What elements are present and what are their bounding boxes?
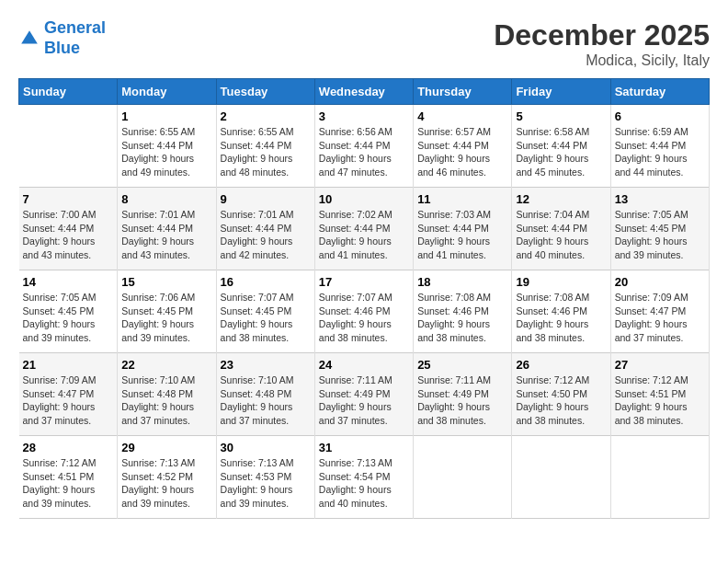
logo-text: General Blue [44, 18, 106, 58]
weekday-header: Thursday [414, 79, 512, 105]
day-info: Sunrise: 6:55 AM Sunset: 4:44 PM Dayligh… [121, 125, 211, 179]
calendar-cell: 28Sunrise: 7:12 AM Sunset: 4:51 PM Dayli… [19, 436, 118, 519]
day-info: Sunrise: 7:05 AM Sunset: 4:45 PM Dayligh… [23, 291, 114, 345]
day-info: Sunrise: 7:13 AM Sunset: 4:53 PM Dayligh… [221, 456, 311, 511]
day-info: Sunrise: 7:02 AM Sunset: 4:44 PM Dayligh… [319, 208, 409, 262]
calendar-week-row: 7Sunrise: 7:00 AM Sunset: 4:44 PM Daylig… [19, 188, 710, 270]
calendar-cell: 1Sunrise: 6:55 AM Sunset: 4:44 PM Daylig… [118, 105, 216, 188]
logo: General Blue [18, 18, 106, 58]
day-number: 21 [23, 358, 114, 372]
day-number: 15 [121, 275, 211, 289]
calendar-cell: 16Sunrise: 7:07 AM Sunset: 4:45 PM Dayli… [216, 270, 314, 353]
calendar-cell: 15Sunrise: 7:06 AM Sunset: 4:45 PM Dayli… [118, 270, 216, 353]
day-number: 24 [319, 358, 409, 372]
calendar-cell: 12Sunrise: 7:04 AM Sunset: 4:44 PM Dayli… [512, 188, 610, 270]
calendar-cell: 7Sunrise: 7:00 AM Sunset: 4:44 PM Daylig… [19, 188, 118, 270]
day-number: 31 [319, 441, 409, 454]
calendar-cell: 18Sunrise: 7:08 AM Sunset: 4:46 PM Dayli… [414, 270, 512, 353]
calendar-cell: 21Sunrise: 7:09 AM Sunset: 4:47 PM Dayli… [19, 353, 118, 436]
day-info: Sunrise: 6:55 AM Sunset: 4:44 PM Dayligh… [221, 125, 311, 179]
weekday-header-row: SundayMondayTuesdayWednesdayThursdayFrid… [19, 79, 710, 105]
calendar-cell [610, 436, 709, 519]
day-info: Sunrise: 7:08 AM Sunset: 4:46 PM Dayligh… [417, 291, 507, 345]
day-number: 22 [121, 358, 211, 372]
day-number: 18 [417, 275, 507, 289]
weekday-header: Sunday [19, 79, 118, 105]
day-info: Sunrise: 7:06 AM Sunset: 4:45 PM Dayligh… [121, 291, 211, 345]
calendar-cell: 25Sunrise: 7:11 AM Sunset: 4:49 PM Dayli… [414, 353, 512, 436]
day-info: Sunrise: 7:05 AM Sunset: 4:45 PM Dayligh… [615, 208, 705, 262]
day-info: Sunrise: 6:58 AM Sunset: 4:44 PM Dayligh… [516, 125, 606, 179]
day-info: Sunrise: 6:59 AM Sunset: 4:44 PM Dayligh… [615, 125, 705, 179]
day-number: 20 [615, 275, 705, 289]
day-number: 27 [615, 358, 705, 372]
calendar-week-row: 28Sunrise: 7:12 AM Sunset: 4:51 PM Dayli… [19, 436, 710, 519]
day-number: 9 [221, 192, 311, 206]
calendar-cell: 27Sunrise: 7:12 AM Sunset: 4:51 PM Dayli… [610, 353, 709, 436]
calendar-cell: 4Sunrise: 6:57 AM Sunset: 4:44 PM Daylig… [414, 105, 512, 188]
day-info: Sunrise: 7:04 AM Sunset: 4:44 PM Dayligh… [516, 208, 606, 262]
calendar-week-row: 21Sunrise: 7:09 AM Sunset: 4:47 PM Dayli… [19, 353, 710, 436]
calendar-cell: 29Sunrise: 7:13 AM Sunset: 4:52 PM Dayli… [118, 436, 216, 519]
day-number: 30 [221, 441, 311, 454]
calendar-cell: 20Sunrise: 7:09 AM Sunset: 4:47 PM Dayli… [610, 270, 709, 353]
day-info: Sunrise: 7:09 AM Sunset: 4:47 PM Dayligh… [615, 291, 705, 345]
calendar-cell: 22Sunrise: 7:10 AM Sunset: 4:48 PM Dayli… [118, 353, 216, 436]
calendar-cell: 30Sunrise: 7:13 AM Sunset: 4:53 PM Dayli… [216, 436, 314, 519]
day-info: Sunrise: 7:11 AM Sunset: 4:49 PM Dayligh… [319, 373, 409, 428]
day-number: 8 [121, 192, 211, 206]
calendar-cell: 13Sunrise: 7:05 AM Sunset: 4:45 PM Dayli… [610, 188, 709, 270]
day-number: 25 [417, 358, 507, 372]
calendar-cell [414, 436, 512, 519]
logo-icon [18, 28, 40, 50]
location-subtitle: Modica, Sicily, Italy [494, 52, 710, 69]
day-number: 7 [23, 192, 114, 206]
day-info: Sunrise: 7:07 AM Sunset: 4:46 PM Dayligh… [319, 291, 409, 345]
calendar-cell: 5Sunrise: 6:58 AM Sunset: 4:44 PM Daylig… [512, 105, 610, 188]
day-info: Sunrise: 7:07 AM Sunset: 4:45 PM Dayligh… [221, 291, 311, 345]
svg-marker-0 [21, 30, 38, 43]
day-info: Sunrise: 7:10 AM Sunset: 4:48 PM Dayligh… [121, 373, 211, 428]
day-number: 2 [221, 109, 311, 123]
calendar-cell [19, 105, 118, 188]
day-number: 23 [221, 358, 311, 372]
day-number: 3 [319, 109, 409, 123]
day-number: 11 [417, 192, 507, 206]
calendar-cell: 9Sunrise: 7:01 AM Sunset: 4:44 PM Daylig… [216, 188, 314, 270]
day-number: 10 [319, 192, 409, 206]
day-number: 19 [516, 275, 606, 289]
logo-line2: Blue [44, 39, 80, 57]
weekday-header: Tuesday [216, 79, 314, 105]
calendar-cell: 8Sunrise: 7:01 AM Sunset: 4:44 PM Daylig… [118, 188, 216, 270]
day-info: Sunrise: 7:12 AM Sunset: 4:50 PM Dayligh… [516, 373, 606, 428]
page-header: General Blue December 2025 Modica, Sicil… [18, 18, 710, 69]
calendar-cell: 11Sunrise: 7:03 AM Sunset: 4:44 PM Dayli… [414, 188, 512, 270]
logo-line1: General [44, 18, 106, 37]
month-title: December 2025 [494, 18, 710, 52]
day-info: Sunrise: 7:00 AM Sunset: 4:44 PM Dayligh… [23, 208, 114, 262]
calendar-cell: 10Sunrise: 7:02 AM Sunset: 4:44 PM Dayli… [314, 188, 413, 270]
day-number: 28 [23, 441, 114, 454]
day-number: 12 [516, 192, 606, 206]
day-info: Sunrise: 6:56 AM Sunset: 4:44 PM Dayligh… [319, 125, 409, 179]
calendar-cell: 2Sunrise: 6:55 AM Sunset: 4:44 PM Daylig… [216, 105, 314, 188]
calendar-table: SundayMondayTuesdayWednesdayThursdayFrid… [18, 78, 710, 519]
day-number: 14 [23, 275, 114, 289]
weekday-header: Monday [118, 79, 216, 105]
calendar-cell: 3Sunrise: 6:56 AM Sunset: 4:44 PM Daylig… [314, 105, 413, 188]
day-info: Sunrise: 7:01 AM Sunset: 4:44 PM Dayligh… [221, 208, 311, 262]
day-number: 1 [121, 109, 211, 123]
calendar-cell: 23Sunrise: 7:10 AM Sunset: 4:48 PM Dayli… [216, 353, 314, 436]
calendar-cell: 24Sunrise: 7:11 AM Sunset: 4:49 PM Dayli… [314, 353, 413, 436]
day-number: 26 [516, 358, 606, 372]
day-number: 13 [615, 192, 705, 206]
calendar-week-row: 14Sunrise: 7:05 AM Sunset: 4:45 PM Dayli… [19, 270, 710, 353]
day-info: Sunrise: 7:01 AM Sunset: 4:44 PM Dayligh… [121, 208, 211, 262]
day-info: Sunrise: 7:11 AM Sunset: 4:49 PM Dayligh… [417, 373, 507, 428]
day-number: 17 [319, 275, 409, 289]
calendar-cell: 31Sunrise: 7:13 AM Sunset: 4:54 PM Dayli… [314, 436, 413, 519]
day-info: Sunrise: 7:12 AM Sunset: 4:51 PM Dayligh… [615, 373, 705, 428]
calendar-cell [512, 436, 610, 519]
calendar-cell: 19Sunrise: 7:08 AM Sunset: 4:46 PM Dayli… [512, 270, 610, 353]
day-info: Sunrise: 7:12 AM Sunset: 4:51 PM Dayligh… [23, 456, 114, 511]
